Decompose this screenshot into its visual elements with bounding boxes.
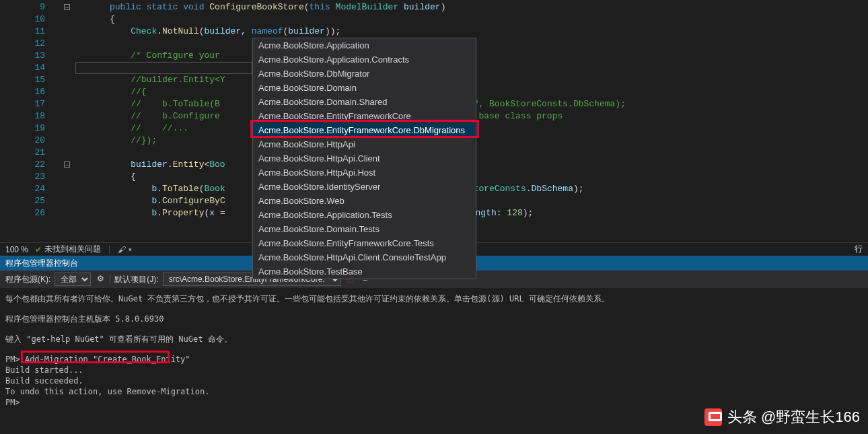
output-line: PM> — [5, 397, 863, 408]
package-source-label: 程序包源(K): — [5, 274, 50, 285]
project-selector-dropdown[interactable]: Acme.BookStore.ApplicationAcme.BookStore… — [252, 38, 476, 279]
project-option[interactable]: Acme.BookStore.HttpApi.Client.ConsoleTes… — [253, 250, 476, 264]
line-number: 16 — [0, 86, 57, 98]
project-option[interactable]: Acme.BookStore.HttpApi — [253, 137, 476, 151]
project-option[interactable]: Acme.BookStore.Domain — [253, 81, 476, 95]
line-number: 20 — [0, 135, 57, 147]
output-line: PM> Add-Migration "Create_Book_Entity" — [5, 354, 863, 365]
line-number: 9 — [0, 1, 57, 13]
output-line: Build started... — [5, 365, 863, 375]
zoom-level[interactable]: 100 % — [5, 245, 35, 254]
watermark-text: 头条 @野蛮生长166 — [727, 407, 860, 427]
command-text: Add-Migration "Create_Book_Entity" — [25, 355, 190, 364]
output-line: To undo this action, use Remove-Migratio… — [5, 386, 863, 397]
separator — [109, 245, 110, 254]
line-number: 18 — [0, 110, 57, 122]
line-number: 24 — [0, 183, 57, 195]
line-number: 21 — [0, 147, 57, 159]
panel-title: 程序包管理器控制台 — [5, 258, 78, 269]
brush-icon[interactable]: 🖌 — [118, 245, 126, 254]
output-line: 键入 "get-help NuGet" 可查看所有可用的 NuGet 命令。 — [5, 334, 863, 345]
line-number: 14 — [0, 62, 57, 74]
code-line[interactable]: { — [57, 13, 868, 26]
output-line: Build succeeded. — [5, 375, 863, 386]
line-number: 11 — [0, 26, 57, 38]
code-line[interactable]: Check.NotNull(builder, nameof(builder)); — [57, 26, 868, 38]
watermark: 头条 @野蛮生长166 — [704, 407, 860, 427]
issues-status: 未找到相关问题 — [44, 244, 101, 255]
project-option[interactable]: Acme.BookStore.EntityFrameworkCore.Tests — [253, 236, 476, 250]
separator — [110, 274, 110, 285]
project-option[interactable]: Acme.BookStore.Web — [253, 194, 476, 208]
line-number: 17 — [0, 98, 57, 110]
output-line: 程序包管理器控制台主机版本 5.8.0.6930 — [5, 314, 863, 324]
package-source-select[interactable]: 全部 — [55, 273, 91, 286]
project-option[interactable]: Acme.BookStore.EntityFrameworkCore.DbMig… — [253, 123, 476, 137]
line-label: 行 — [855, 244, 863, 255]
check-icon: ✔ — [35, 245, 42, 254]
default-project-label: 默认项目(J): — [114, 274, 158, 285]
project-option[interactable]: Acme.BookStore.HttpApi.Client — [253, 151, 476, 166]
watermark-logo-icon — [704, 408, 722, 426]
project-option[interactable]: Acme.BookStore.Application.Tests — [253, 208, 476, 222]
project-option[interactable]: Acme.BookStore.DbMigrator — [253, 67, 476, 81]
code-editor[interactable]: 9 10 11 12 13 14 15 16 17 18 19 20 21 22… — [0, 0, 868, 242]
line-number: 25 — [0, 195, 57, 207]
output-line: 每个包都由其所有者许可给你。NuGet 不负责第三方包，也不授予其许可证。一些包… — [5, 293, 863, 304]
project-option[interactable]: Acme.BookStore.Domain.Tests — [253, 222, 476, 236]
project-option[interactable]: Acme.BookStore.Application.Contracts — [253, 52, 476, 67]
project-option[interactable]: Acme.BookStore.EntityFrameworkCore — [253, 109, 476, 123]
line-number: 13 — [0, 50, 57, 62]
dropdown-indicator-icon[interactable]: ▾ — [129, 246, 132, 253]
gear-icon[interactable]: ⚙ — [95, 274, 106, 285]
line-number: 19 — [0, 122, 57, 135]
project-option[interactable]: Acme.BookStore.IdentityServer — [253, 180, 476, 194]
line-number: 15 — [0, 74, 57, 86]
line-number: 22 — [0, 159, 57, 171]
line-number: 26 — [0, 207, 57, 219]
project-option[interactable]: Acme.BookStore.Domain.Shared — [253, 95, 476, 109]
project-option[interactable]: Acme.BookStore.Application — [253, 38, 476, 52]
line-number: 12 — [0, 38, 57, 50]
line-number: 23 — [0, 171, 57, 183]
line-gutter: 9 10 11 12 13 14 15 16 17 18 19 20 21 22… — [0, 0, 57, 242]
code-line[interactable]: public static void ConfigureBookStore(th… — [57, 1, 868, 13]
line-number: 10 — [0, 13, 57, 26]
project-option[interactable]: Acme.BookStore.TestBase — [253, 264, 476, 279]
project-option[interactable]: Acme.BookStore.HttpApi.Host — [253, 166, 476, 180]
